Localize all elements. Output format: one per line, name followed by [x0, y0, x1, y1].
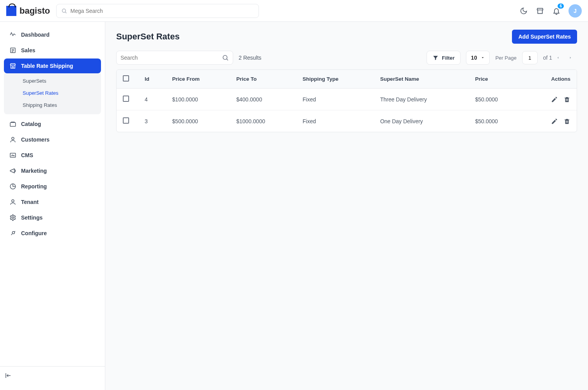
per-page-label: Per Page	[495, 55, 516, 61]
sidebar-subitem-superset-rates[interactable]: SuperSet Rates	[4, 87, 101, 99]
sidebar-item-label: Marketing	[21, 168, 47, 174]
mega-search-input[interactable]	[70, 8, 254, 14]
sidebar-item-tenant[interactable]: Tenant	[4, 195, 101, 209]
catalog-icon	[9, 121, 16, 128]
dark-mode-toggle[interactable]	[519, 7, 528, 15]
top-right-actions: 6 J	[519, 4, 582, 18]
sidebar-item-sales[interactable]: Sales	[4, 43, 101, 58]
page-number-input[interactable]	[522, 51, 538, 64]
row-checkbox[interactable]	[123, 96, 129, 102]
per-page-select[interactable]: 10	[466, 51, 490, 65]
trash-icon	[563, 96, 570, 103]
collapse-icon	[5, 372, 12, 379]
svg-point-0	[62, 9, 66, 12]
svg-point-7	[12, 137, 14, 140]
mega-search[interactable]	[56, 4, 259, 18]
table-search[interactable]	[116, 51, 233, 65]
cell-price: $50.0000	[469, 89, 525, 110]
notification-badge: 6	[558, 4, 564, 9]
data-table: IdPrice FromPrice ToShipping TypeSuperSe…	[116, 69, 577, 132]
sidebar-item-label: Dashboard	[21, 32, 50, 38]
sidebar-item-configure[interactable]: Configure	[4, 226, 101, 241]
table-search-input[interactable]	[120, 55, 222, 61]
collapse-sidebar-button[interactable]	[4, 371, 12, 380]
cell-price-to: $400.0000	[230, 89, 296, 110]
table-row: 3$500.0000$1000.0000FixedOne Day Deliver…	[117, 110, 577, 132]
sidebar-subitem-shipping-rates[interactable]: Shipping Rates	[4, 99, 101, 111]
edit-button[interactable]	[551, 96, 558, 103]
column-header[interactable]: Actions	[525, 70, 577, 89]
column-header[interactable]: SuperSet Name	[374, 70, 469, 89]
page-title: SuperSet Rates	[116, 32, 180, 42]
brand-logo[interactable]: bagisto	[6, 6, 50, 16]
delete-button[interactable]	[563, 118, 570, 125]
cell-price-from: $500.0000	[166, 110, 230, 132]
cms-icon	[9, 152, 16, 159]
toolbar: 2 Results Filter 10 Per Page of 1	[116, 51, 577, 65]
sidebar-item-catalog[interactable]: Catalog	[4, 117, 101, 131]
add-superset-rates-button[interactable]: Add SuperSet Rates	[512, 30, 577, 44]
chevron-down-icon	[481, 56, 485, 60]
marketing-icon	[9, 167, 16, 174]
sidebar-item-cms[interactable]: CMS	[4, 148, 101, 163]
settings-icon	[9, 214, 16, 221]
results-count: 2 Results	[239, 55, 261, 61]
per-page-value: 10	[471, 55, 477, 61]
sidebar-item-label: Settings	[21, 214, 43, 221]
configure-icon	[9, 230, 16, 237]
column-header[interactable]: Id	[138, 70, 166, 89]
row-checkbox[interactable]	[123, 117, 129, 124]
next-page-button[interactable]	[569, 56, 577, 60]
sidebar-item-label: Catalog	[21, 121, 41, 127]
sidebar-item-label: Sales	[21, 47, 35, 53]
delete-button[interactable]	[563, 96, 570, 103]
cell-price-to: $1000.0000	[230, 110, 296, 132]
filter-button[interactable]: Filter	[427, 51, 460, 65]
chevron-left-icon	[556, 56, 560, 60]
sidebar-item-settings[interactable]: Settings	[4, 210, 101, 225]
sidebar-item-dashboard[interactable]: Dashboard	[4, 27, 101, 42]
dashboard-icon	[9, 31, 16, 38]
column-header[interactable]: Shipping Type	[296, 70, 374, 89]
filter-icon	[432, 55, 439, 61]
sidebar-item-label: Table Rate Shipping	[21, 63, 73, 69]
sidebar-item-table-rate-shipping[interactable]: Table Rate Shipping	[4, 58, 101, 73]
edit-button[interactable]	[551, 118, 558, 125]
cell-shipping-type: Fixed	[296, 89, 374, 110]
sidebar-item-label: Configure	[21, 230, 47, 236]
storefront-icon	[536, 7, 544, 15]
sidebar-subitem-supersets[interactable]: SuperSets	[4, 75, 101, 87]
cell-superset-name: One Day Delivery	[374, 110, 469, 132]
page-of-text: of 1	[543, 55, 552, 61]
top-bar: bagisto 6 J	[0, 0, 588, 22]
sidebar-item-customers[interactable]: Customers	[4, 132, 101, 147]
sidebar-item-label: Reporting	[21, 183, 47, 190]
search-icon	[61, 8, 67, 14]
store-switcher[interactable]	[536, 7, 544, 15]
cell-id: 3	[138, 110, 166, 132]
notifications-button[interactable]: 6	[552, 7, 561, 15]
sidebar-item-label: Tenant	[21, 199, 39, 205]
column-header[interactable]: Price	[469, 70, 525, 89]
tenant-icon	[9, 199, 16, 206]
svg-point-11	[12, 217, 14, 219]
select-all-checkbox[interactable]	[123, 75, 129, 82]
column-header[interactable]: Price To	[230, 70, 296, 89]
column-header[interactable]: Price From	[166, 70, 230, 89]
user-avatar[interactable]: J	[569, 4, 582, 18]
cell-price: $50.0000	[469, 110, 525, 132]
customers-icon	[9, 136, 16, 143]
sidebar: DashboardSalesTable Rate ShippingSuperSe…	[0, 22, 105, 390]
sidebar-subnav: SuperSetsSuperSet RatesShipping Rates	[4, 73, 101, 114]
pencil-icon	[551, 118, 558, 125]
table-rate-shipping-icon	[9, 62, 16, 69]
filter-label: Filter	[442, 55, 455, 61]
prev-page-button[interactable]	[556, 56, 565, 60]
sidebar-item-marketing[interactable]: Marketing	[4, 163, 101, 178]
cell-shipping-type: Fixed	[296, 110, 374, 132]
pager: of 1	[543, 55, 577, 61]
brand-mark-icon	[6, 6, 16, 16]
column-header[interactable]	[117, 70, 138, 89]
main-content: SuperSet Rates Add SuperSet Rates 2 Resu…	[105, 22, 588, 390]
sidebar-item-reporting[interactable]: Reporting	[4, 179, 101, 194]
